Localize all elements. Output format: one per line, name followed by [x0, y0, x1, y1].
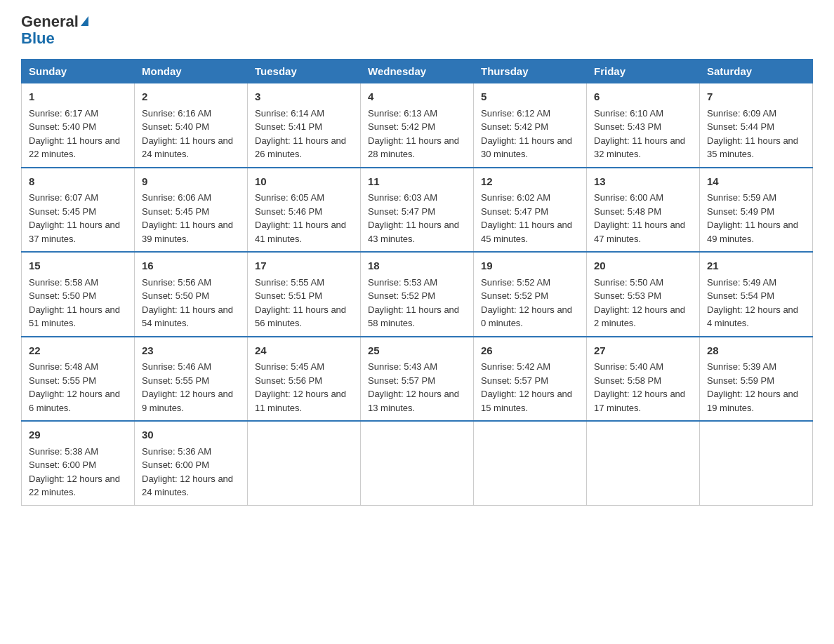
day-number: 26	[481, 343, 579, 359]
sunrise-text: Sunrise: 6:00 AM	[594, 192, 663, 203]
calendar-cell: 22Sunrise: 5:48 AMSunset: 5:55 PMDayligh…	[22, 337, 135, 422]
sunrise-text: Sunrise: 5:48 AM	[29, 361, 98, 372]
sunrise-text: Sunrise: 6:05 AM	[255, 192, 324, 203]
sunset-text: Sunset: 5:42 PM	[368, 121, 435, 132]
day-number: 2	[142, 89, 240, 105]
calendar-week-row: 1Sunrise: 6:17 AMSunset: 5:40 PMDaylight…	[22, 83, 813, 168]
daylight-text: Daylight: 11 hours and 35 minutes.	[707, 135, 798, 160]
sunrise-text: Sunrise: 5:36 AM	[142, 446, 211, 457]
calendar-cell: 29Sunrise: 5:38 AMSunset: 6:00 PMDayligh…	[22, 421, 135, 505]
calendar-cell: 8Sunrise: 6:07 AMSunset: 5:45 PMDaylight…	[22, 168, 135, 253]
day-number: 28	[707, 343, 805, 359]
calendar-cell: 3Sunrise: 6:14 AMSunset: 5:41 PMDaylight…	[248, 83, 361, 168]
sunrise-text: Sunrise: 6:13 AM	[368, 108, 437, 119]
calendar-cell	[587, 421, 700, 505]
calendar-cell: 6Sunrise: 6:10 AMSunset: 5:43 PMDaylight…	[587, 83, 700, 168]
logo-blue: Blue	[21, 29, 55, 47]
calendar-cell: 16Sunrise: 5:56 AMSunset: 5:50 PMDayligh…	[135, 252, 248, 337]
sunrise-text: Sunrise: 5:56 AM	[142, 277, 211, 288]
sunset-text: Sunset: 5:48 PM	[594, 206, 661, 217]
day-number: 5	[481, 89, 579, 105]
daylight-text: Daylight: 12 hours and 11 minutes.	[255, 389, 346, 413]
sunrise-text: Sunrise: 5:39 AM	[707, 361, 776, 372]
day-number: 23	[142, 343, 240, 359]
sunset-text: Sunset: 5:52 PM	[481, 290, 548, 301]
calendar-cell	[248, 421, 361, 505]
daylight-text: Daylight: 11 hours and 30 minutes.	[481, 135, 572, 160]
day-number: 24	[255, 343, 353, 359]
sunrise-text: Sunrise: 5:45 AM	[255, 361, 324, 372]
calendar-cell: 9Sunrise: 6:06 AMSunset: 5:45 PMDaylight…	[135, 168, 248, 253]
sunrise-text: Sunrise: 5:55 AM	[255, 277, 324, 288]
header-friday: Friday	[587, 60, 700, 83]
calendar-cell: 20Sunrise: 5:50 AMSunset: 5:53 PMDayligh…	[587, 252, 700, 337]
day-number: 25	[368, 343, 466, 359]
day-number: 7	[707, 89, 805, 105]
day-number: 8	[29, 174, 127, 190]
calendar-cell: 30Sunrise: 5:36 AMSunset: 6:00 PMDayligh…	[135, 421, 248, 505]
calendar-cell: 15Sunrise: 5:58 AMSunset: 5:50 PMDayligh…	[22, 252, 135, 337]
sunrise-text: Sunrise: 6:09 AM	[707, 108, 776, 119]
sunrise-text: Sunrise: 6:17 AM	[29, 108, 98, 119]
sunset-text: Sunset: 5:49 PM	[707, 206, 774, 217]
sunrise-text: Sunrise: 6:07 AM	[29, 192, 98, 203]
calendar-cell: 24Sunrise: 5:45 AMSunset: 5:56 PMDayligh…	[248, 337, 361, 422]
daylight-text: Daylight: 12 hours and 19 minutes.	[707, 389, 798, 413]
sunset-text: Sunset: 5:55 PM	[29, 375, 96, 386]
sunrise-text: Sunrise: 5:53 AM	[368, 277, 437, 288]
calendar-cell: 19Sunrise: 5:52 AMSunset: 5:52 PMDayligh…	[474, 252, 587, 337]
sunset-text: Sunset: 5:43 PM	[594, 121, 661, 132]
daylight-text: Daylight: 12 hours and 17 minutes.	[594, 389, 685, 413]
calendar-cell: 25Sunrise: 5:43 AMSunset: 5:57 PMDayligh…	[361, 337, 474, 422]
calendar-cell: 14Sunrise: 5:59 AMSunset: 5:49 PMDayligh…	[700, 168, 813, 253]
sunset-text: Sunset: 5:46 PM	[255, 206, 322, 217]
day-number: 18	[368, 258, 466, 274]
calendar-header-row: SundayMondayTuesdayWednesdayThursdayFrid…	[22, 60, 813, 83]
calendar-cell: 27Sunrise: 5:40 AMSunset: 5:58 PMDayligh…	[587, 337, 700, 422]
sunrise-text: Sunrise: 5:46 AM	[142, 361, 211, 372]
daylight-text: Daylight: 11 hours and 51 minutes.	[29, 304, 120, 329]
sunrise-text: Sunrise: 6:06 AM	[142, 192, 211, 203]
day-number: 10	[255, 174, 353, 190]
daylight-text: Daylight: 12 hours and 9 minutes.	[142, 389, 233, 413]
sunset-text: Sunset: 5:57 PM	[368, 375, 435, 386]
daylight-text: Daylight: 11 hours and 22 minutes.	[29, 135, 120, 160]
calendar-cell: 11Sunrise: 6:03 AMSunset: 5:47 PMDayligh…	[361, 168, 474, 253]
day-number: 6	[594, 89, 692, 105]
daylight-text: Daylight: 12 hours and 0 minutes.	[481, 304, 572, 329]
sunset-text: Sunset: 5:45 PM	[29, 206, 96, 217]
daylight-text: Daylight: 12 hours and 2 minutes.	[594, 304, 685, 329]
day-number: 19	[481, 258, 579, 274]
daylight-text: Daylight: 11 hours and 45 minutes.	[481, 220, 572, 244]
sunrise-text: Sunrise: 5:42 AM	[481, 361, 550, 372]
daylight-text: Daylight: 11 hours and 28 minutes.	[368, 135, 459, 160]
calendar-week-row: 15Sunrise: 5:58 AMSunset: 5:50 PMDayligh…	[22, 252, 813, 337]
calendar-week-row: 22Sunrise: 5:48 AMSunset: 5:55 PMDayligh…	[22, 337, 813, 422]
sunrise-text: Sunrise: 6:16 AM	[142, 108, 211, 119]
day-number: 17	[255, 258, 353, 274]
sunrise-text: Sunrise: 6:10 AM	[594, 108, 663, 119]
daylight-text: Daylight: 11 hours and 56 minutes.	[255, 304, 346, 329]
day-number: 12	[481, 174, 579, 190]
daylight-text: Daylight: 11 hours and 26 minutes.	[255, 135, 346, 160]
sunset-text: Sunset: 5:50 PM	[142, 290, 209, 301]
header-wednesday: Wednesday	[361, 60, 474, 83]
sunrise-text: Sunrise: 5:58 AM	[29, 277, 98, 288]
sunset-text: Sunset: 5:42 PM	[481, 121, 548, 132]
calendar-cell: 13Sunrise: 6:00 AMSunset: 5:48 PMDayligh…	[587, 168, 700, 253]
sunset-text: Sunset: 5:53 PM	[594, 290, 661, 301]
sunset-text: Sunset: 5:52 PM	[368, 290, 435, 301]
sunset-text: Sunset: 5:54 PM	[707, 290, 774, 301]
sunset-text: Sunset: 5:45 PM	[142, 206, 209, 217]
daylight-text: Daylight: 11 hours and 58 minutes.	[368, 304, 459, 329]
sunset-text: Sunset: 5:57 PM	[481, 375, 548, 386]
sunrise-text: Sunrise: 5:52 AM	[481, 277, 550, 288]
day-number: 29	[29, 427, 127, 443]
calendar-cell	[700, 421, 813, 505]
calendar-week-row: 8Sunrise: 6:07 AMSunset: 5:45 PMDaylight…	[22, 168, 813, 253]
header-monday: Monday	[135, 60, 248, 83]
daylight-text: Daylight: 12 hours and 13 minutes.	[368, 389, 459, 413]
sunset-text: Sunset: 5:51 PM	[255, 290, 322, 301]
sunset-text: Sunset: 5:58 PM	[594, 375, 661, 386]
sunrise-text: Sunrise: 5:59 AM	[707, 192, 776, 203]
